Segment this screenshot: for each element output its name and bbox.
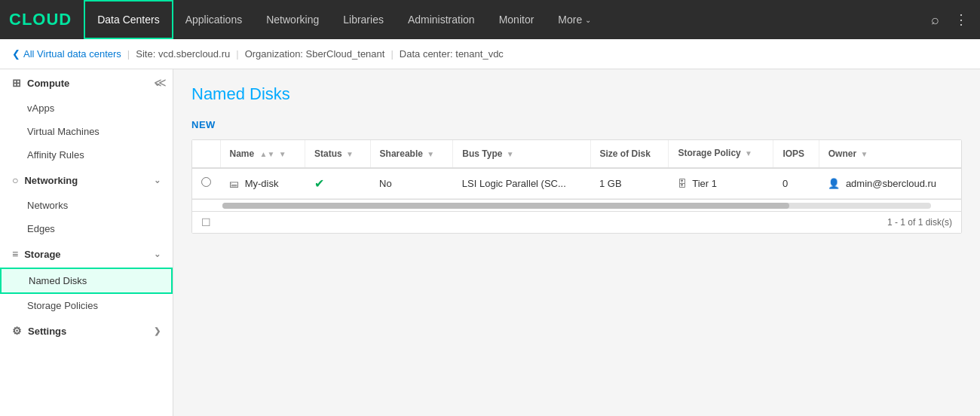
sidebar-section-networking[interactable]: ○ Networking ⌄ <box>0 167 173 194</box>
sidebar: ≪ ⊞ Compute ⌄ vApps Virtual Machines Aff… <box>0 69 173 416</box>
row-storagepolicy-cell: 🗄 Tier 1 <box>669 168 773 199</box>
col-status: Status ▼ <box>305 140 371 168</box>
row-shareable-cell: No <box>370 168 453 199</box>
sidebar-section-compute[interactable]: ⊞ Compute ⌄ <box>0 69 173 96</box>
nav-menu: Data Centers Applications Networking Lib… <box>84 0 928 39</box>
name-filter-icon[interactable]: ▼ <box>279 150 286 158</box>
scroll-track <box>222 203 931 209</box>
settings-section-icon: ⚙ <box>12 325 22 337</box>
breadcrumb-sep-1: | <box>127 48 130 60</box>
named-disks-table: Name ▲▼ ▼ Status ▼ Shareable ▼ <box>192 140 961 199</box>
shareable-filter-icon[interactable]: ▼ <box>427 150 434 158</box>
sidebar-section-settings[interactable]: ⚙ Settings ❯ <box>0 317 173 344</box>
nav-item-networking[interactable]: Networking <box>254 0 331 39</box>
breadcrumb-datacenter: Data center: tenant_vdc <box>400 48 504 60</box>
networking-section-label: Networking <box>24 175 78 186</box>
col-shareable: Shareable ▼ <box>370 140 453 168</box>
col-name: Name ▲▼ ▼ <box>220 140 305 168</box>
table-row[interactable]: 🖴 My-disk ✔ No LSI Logic Parallel (SC...… <box>192 168 961 199</box>
horizontal-scrollbar[interactable] <box>192 199 961 211</box>
nav-right-actions: ⌕ ⋮ <box>928 8 971 31</box>
scroll-thumb <box>222 203 789 209</box>
row-iops-cell: 0 <box>773 168 819 199</box>
back-arrow-icon: ❮ <box>12 48 20 60</box>
networking-chevron-icon: ⌄ <box>154 176 161 185</box>
new-button[interactable]: NEW <box>191 116 216 133</box>
row-checkbox-cell <box>192 168 220 199</box>
col-bus-type: Bus Type ▼ <box>453 140 590 168</box>
breadcrumb: ❮ All Virtual data centers | Site: vcd.s… <box>0 39 980 69</box>
search-button[interactable]: ⌕ <box>928 9 942 31</box>
compute-section-label: Compute <box>27 78 69 89</box>
owner-icon: 👤 <box>828 178 840 189</box>
name-sort-icon[interactable]: ▲▼ <box>260 150 275 158</box>
nav-item-applications[interactable]: Applications <box>173 0 255 39</box>
row-bustype-cell: LSI Logic Parallel (SC... <box>453 168 590 199</box>
col-owner: Owner ▼ <box>819 140 961 168</box>
sidebar-item-virtual-machines[interactable]: Virtual Machines <box>0 120 173 143</box>
owner-filter-icon[interactable]: ▼ <box>860 150 868 158</box>
nav-item-datacenters[interactable]: Data Centers <box>84 0 173 39</box>
storage-section-icon: ≡ <box>12 248 18 260</box>
page-title: Named Disks <box>191 84 962 104</box>
row-status-cell: ✔ <box>305 168 371 199</box>
footer-left: ☐ <box>201 216 211 228</box>
col-size: Size of Disk <box>590 140 669 168</box>
table-footer: ☐ 1 - 1 of 1 disk(s) <box>192 211 961 233</box>
breadcrumb-org: Organization: SberCloud_tenant <box>245 48 385 60</box>
named-disks-table-container: Name ▲▼ ▼ Status ▼ Shareable ▼ <box>191 139 962 234</box>
pagination-info: 1 - 1 of 1 disk(s) <box>887 217 952 228</box>
sidebar-item-vapps[interactable]: vApps <box>0 96 173 120</box>
disk-icon: 🖴 <box>229 178 239 189</box>
settings-section-label: Settings <box>28 326 66 337</box>
bustype-filter-icon[interactable]: ▼ <box>507 150 514 158</box>
breadcrumb-site: Site: vcd.sbercloud.ru <box>136 48 230 60</box>
toolbar: NEW <box>191 116 962 133</box>
col-storage-policy: Storage Policy ▼ <box>669 140 773 168</box>
row-name-cell: 🖴 My-disk <box>220 168 305 199</box>
storagepolicy-filter-icon[interactable]: ▼ <box>745 149 752 158</box>
sidebar-item-named-disks[interactable]: Named Disks <box>0 268 173 294</box>
row-owner-cell: 👤 admin@sbercloud.ru <box>819 168 961 199</box>
nav-item-libraries[interactable]: Libraries <box>331 0 396 39</box>
storage-chevron-icon: ⌄ <box>154 249 161 259</box>
sidebar-item-storage-policies[interactable]: Storage Policies <box>0 294 173 317</box>
nav-item-monitor[interactable]: Monitor <box>487 0 547 39</box>
nav-item-more[interactable]: More ⌄ <box>546 0 603 39</box>
main-layout: ≪ ⊞ Compute ⌄ vApps Virtual Machines Aff… <box>0 69 980 416</box>
row-size-cell: 1 GB <box>590 168 669 199</box>
breadcrumb-sep-3: | <box>390 48 393 60</box>
sidebar-collapse-button[interactable]: ≪ <box>154 75 167 90</box>
back-to-vdcs-link[interactable]: ❮ All Virtual data centers <box>12 48 121 60</box>
status-filter-icon[interactable]: ▼ <box>346 150 354 158</box>
more-chevron-icon: ⌄ <box>585 16 591 24</box>
col-checkbox <box>192 140 220 168</box>
storage-section-label: Storage <box>24 249 60 260</box>
main-content: Named Disks NEW Name ▲▼ ▼ Statu <box>173 69 980 416</box>
status-ok-icon: ✔ <box>314 177 324 190</box>
nav-item-administration[interactable]: Administration <box>396 0 487 39</box>
more-options-button[interactable]: ⋮ <box>951 8 971 31</box>
compute-section-icon: ⊞ <box>12 77 21 89</box>
sidebar-item-edges[interactable]: Edges <box>0 217 173 240</box>
networking-section-icon: ○ <box>12 174 18 186</box>
col-iops: IOPS <box>773 140 819 168</box>
storage-tier-icon: 🗄 <box>678 179 687 189</box>
table-header-row: Name ▲▼ ▼ Status ▼ Shareable ▼ <box>192 140 961 168</box>
sidebar-section-storage[interactable]: ≡ Storage ⌄ <box>0 240 173 268</box>
top-navigation: CLOUD Data Centers Applications Networki… <box>0 0 980 39</box>
breadcrumb-sep-2: | <box>236 48 238 60</box>
sidebar-item-affinity-rules[interactable]: Affinity Rules <box>0 143 173 167</box>
expand-columns-icon[interactable]: ☐ <box>201 216 211 228</box>
row-radio[interactable] <box>201 177 211 187</box>
settings-chevron-icon: ❯ <box>154 326 161 336</box>
app-logo: CLOUD <box>9 10 72 29</box>
sidebar-item-networks[interactable]: Networks <box>0 194 173 217</box>
